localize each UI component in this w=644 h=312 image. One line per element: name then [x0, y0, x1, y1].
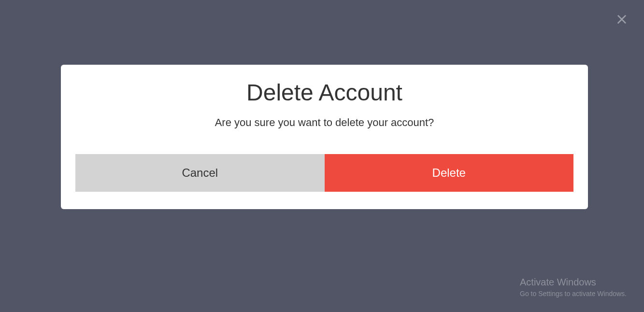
close-button[interactable]: [614, 12, 630, 29]
cancel-button[interactable]: Cancel: [75, 154, 325, 192]
windows-activation-watermark: Activate Windows Go to Settings to activ…: [520, 277, 627, 298]
close-icon: [614, 12, 630, 27]
watermark-title: Activate Windows: [520, 277, 627, 288]
modal-message: Are you sure you want to delete your acc…: [61, 116, 588, 129]
modal-title: Delete Account: [61, 79, 588, 106]
modal-button-row: Cancel Delete: [75, 154, 573, 192]
delete-button[interactable]: Delete: [325, 154, 574, 192]
watermark-subtitle: Go to Settings to activate Windows.: [520, 290, 627, 298]
delete-account-modal: Delete Account Are you sure you want to …: [61, 65, 588, 209]
